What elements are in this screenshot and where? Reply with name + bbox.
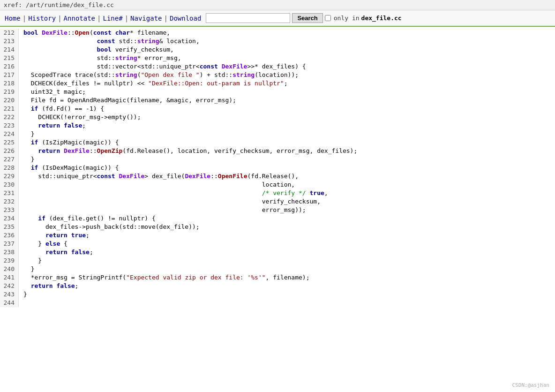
line-content: return false; (19, 248, 93, 256)
line-content: return true; (19, 231, 90, 240)
line-number: 227 (0, 155, 19, 164)
line-number: 224 (0, 130, 19, 138)
table-row: 216 std::vector<std::unique_ptr<const De… (0, 62, 555, 71)
line-number: 234 (0, 214, 19, 223)
table-row: 220 File fd = OpenAndReadMagic(filename,… (0, 96, 555, 105)
search-button[interactable]: Search (292, 13, 322, 23)
line-number: 214 (0, 45, 19, 54)
line-number: 220 (0, 96, 19, 105)
table-row: 225 if (IsZipMagic(magic)) { (0, 138, 555, 147)
table-row: 222 DCHECK(!error_msg->empty()); (0, 113, 555, 121)
table-row: 235 dex_files->push_back(std::move(dex_f… (0, 223, 555, 231)
line-content: bool verify_checksum, (19, 45, 174, 54)
line-number: 212 (0, 29, 19, 37)
line-content: uint32_t magic; (19, 88, 86, 96)
nav-annotate[interactable]: Annotate (63, 15, 96, 22)
table-row: 219 uint32_t magic; (0, 88, 555, 96)
nav-bar: Home | History | Annotate | Line# | Navi… (0, 10, 555, 27)
line-number: 237 (0, 240, 19, 248)
table-row: 213 const std::string& location, (0, 37, 555, 45)
line-content: std::vector<std::unique_ptr<const DexFil… (19, 62, 306, 71)
table-row: 244 (0, 299, 555, 307)
table-row: 237 } else { (0, 240, 555, 248)
line-content: } else { (19, 240, 68, 248)
line-number: 231 (0, 189, 19, 197)
nav-lineno[interactable]: Line# (102, 15, 123, 22)
table-row: 228 if (IsDexMagic(magic)) { (0, 164, 555, 172)
table-row: 214 bool verify_checksum, (0, 45, 555, 54)
line-number: 243 (0, 290, 19, 299)
line-content: ScopedTrace trace(std::string("Open dex … (19, 71, 299, 79)
table-row: 221 if (fd.Fd() == -1) { (0, 105, 555, 113)
line-content: } (19, 265, 34, 273)
line-number: 222 (0, 113, 19, 121)
line-number: 238 (0, 248, 19, 256)
watermark: CSDN:@asjhan (512, 382, 549, 388)
line-number: 221 (0, 105, 19, 113)
table-row: 241 *error_msg = StringPrintf("Expected … (0, 273, 555, 282)
title-bar: xref: /art/runtime/dex_file.cc (0, 0, 555, 10)
table-row: 231 /* verify */ true, (0, 189, 555, 197)
line-content: bool DexFile::Open(const char* filename, (19, 29, 170, 37)
table-row: 218 DCHECK(dex_files != nullptr) << "Dex… (0, 79, 555, 88)
line-content: location, (19, 181, 295, 189)
line-content: std::string* error_msg, (19, 54, 181, 62)
line-content: dex_files->push_back(std::move(dex_file)… (19, 223, 200, 231)
table-row: 236 return true; (0, 231, 555, 240)
line-content: return false; (19, 121, 86, 130)
line-content: } (19, 256, 42, 265)
table-row: 223 return false; (0, 121, 555, 130)
table-row: 234 if (dex_file.get() != nullptr) { (0, 214, 555, 223)
nav-home[interactable]: Home (4, 15, 22, 22)
search-input[interactable] (206, 13, 290, 23)
table-row: 240 } (0, 265, 555, 273)
table-row: 243} (0, 290, 555, 299)
line-content: DCHECK(dex_files != nullptr) << "DexFile… (19, 79, 288, 88)
line-number: 226 (0, 147, 19, 155)
table-row: 226 return DexFile::OpenZip(fd.Release()… (0, 147, 555, 155)
table-row: 215 std::string* error_msg, (0, 54, 555, 62)
nav-navigate[interactable]: Navigate (129, 15, 163, 22)
line-number: 213 (0, 37, 19, 45)
table-row: 239 } (0, 256, 555, 265)
line-content: if (IsZipMagic(magic)) { (19, 138, 119, 147)
line-number: 240 (0, 265, 19, 273)
line-number: 215 (0, 54, 19, 62)
title-text: xref: /art/runtime/dex_file.cc (4, 1, 114, 8)
table-row: 232 verify_checksum, (0, 197, 555, 206)
nav-download[interactable]: Download (169, 15, 202, 22)
line-number: 241 (0, 273, 19, 282)
line-content: } (19, 130, 34, 138)
line-content: if (dex_file.get() != nullptr) { (19, 214, 156, 223)
line-content: error_msg)); (19, 206, 306, 214)
line-number: 233 (0, 206, 19, 214)
table-row: 238 return false; (0, 248, 555, 256)
line-content: DCHECK(!error_msg->empty()); (19, 113, 141, 121)
table-row: 227 } (0, 155, 555, 164)
table-row: 229 std::unique_ptr<const DexFile> dex_f… (0, 172, 555, 181)
line-content: /* verify */ true, (19, 189, 328, 197)
table-row: 233 error_msg)); (0, 206, 555, 214)
line-content: } (19, 155, 34, 164)
only-label: only in (334, 15, 360, 22)
line-content: verify_checksum, (19, 197, 321, 206)
code-area: 212bool DexFile::Open(const char* filena… (0, 27, 555, 309)
only-in-checkbox[interactable] (325, 15, 331, 21)
line-content: if (fd.Fd() == -1) { (19, 105, 104, 113)
line-content: std::unique_ptr<const DexFile> dex_file(… (19, 172, 299, 181)
line-number: 228 (0, 164, 19, 172)
line-number: 236 (0, 231, 19, 240)
line-number: 232 (0, 197, 19, 206)
line-number: 229 (0, 172, 19, 181)
line-content: const std::string& location, (19, 37, 200, 45)
line-number: 223 (0, 121, 19, 130)
line-number: 235 (0, 223, 19, 231)
only-file-name: dex_file.cc (361, 15, 402, 22)
line-content: } (19, 290, 27, 299)
line-number: 216 (0, 62, 19, 71)
line-number: 242 (0, 282, 19, 290)
nav-history[interactable]: History (27, 15, 57, 22)
line-content: *error_msg = StringPrintf("Expected vali… (19, 273, 310, 282)
table-row: 217 ScopedTrace trace(std::string("Open … (0, 71, 555, 79)
line-number: 219 (0, 88, 19, 96)
